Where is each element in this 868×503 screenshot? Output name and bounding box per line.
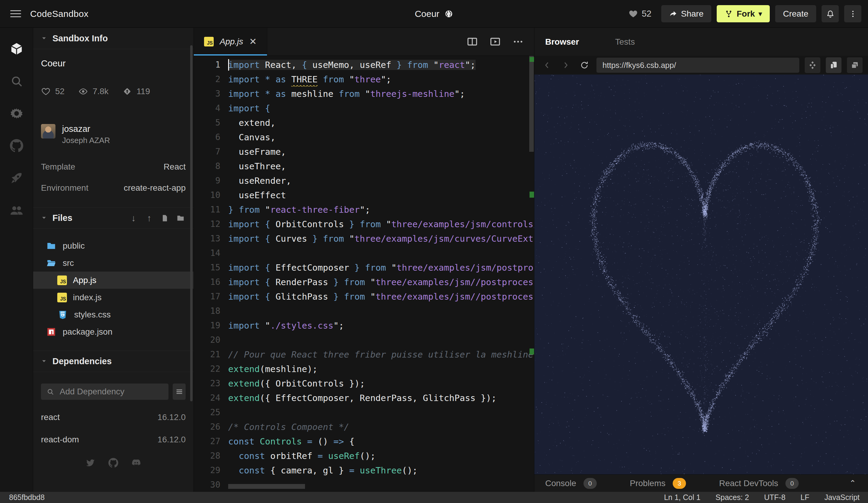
code-line-3[interactable]: 3import * as meshline from "threejs-mesh…	[194, 87, 534, 101]
share-button[interactable]: Share	[661, 5, 712, 22]
dependencies-header[interactable]: Dependencies	[33, 351, 194, 372]
author-row[interactable]: josazar Joseph AZAR	[41, 124, 186, 145]
editor-hscrollbar[interactable]	[228, 484, 305, 489]
new-file-icon[interactable]	[160, 213, 170, 223]
file-public[interactable]: public	[33, 237, 194, 254]
code-line-5[interactable]: 5 extend,	[194, 115, 534, 130]
code-line-14[interactable]: 14	[194, 246, 534, 260]
rail-item-cube[interactable]	[0, 33, 33, 65]
sidebar-scrollbar[interactable]	[190, 45, 193, 401]
code-line-24[interactable]: 24extend({ EffectComposer, RenderPass, G…	[194, 391, 534, 405]
code-line-10[interactable]: 10 useEffect	[194, 188, 534, 202]
code-line-12[interactable]: 12import { OrbitControls } from "three/e…	[194, 217, 534, 231]
url-input[interactable]	[597, 58, 799, 73]
code-line-19[interactable]: 19import "./styles.css";	[194, 318, 534, 333]
app-logo[interactable]: CodeSandbox	[30, 9, 88, 19]
dependency-list-button[interactable]	[173, 383, 186, 400]
code-line-18[interactable]: 18	[194, 304, 534, 318]
download-icon[interactable]: ↓	[128, 213, 138, 223]
status-ln[interactable]: Ln 1, Col 1	[664, 493, 701, 502]
code-line-16[interactable]: 16import { RenderPass } from "three/exam…	[194, 275, 534, 289]
code-line-7[interactable]: 7 useFrame,	[194, 144, 534, 159]
files-header[interactable]: Files ↓ ↑	[33, 207, 194, 229]
more-options-button[interactable]	[844, 5, 861, 22]
close-icon[interactable]: ✕	[249, 37, 257, 46]
responsive-preview-icon[interactable]	[805, 57, 820, 73]
code-line-9[interactable]: 9 useRender,	[194, 173, 534, 188]
code-line-28[interactable]: 28 const orbitRef = useRef();	[194, 449, 534, 463]
status-javascript[interactable]: JavaScript	[824, 493, 860, 502]
open-new-window-icon[interactable]	[826, 57, 841, 73]
code-line-20[interactable]: 20	[194, 333, 534, 347]
code-line-23[interactable]: 23extend({ OrbitControls });	[194, 376, 534, 391]
notifications-button[interactable]	[822, 5, 839, 22]
editor-menu-icon[interactable]	[513, 36, 524, 47]
js-file-icon: JS	[57, 275, 67, 285]
github-icon[interactable]	[108, 458, 118, 468]
new-folder-icon[interactable]	[175, 213, 186, 223]
upload-icon[interactable]: ↑	[144, 213, 154, 223]
fork-diamond-icon	[122, 87, 132, 96]
collapse-devtools-icon[interactable]: ⌃	[849, 479, 856, 488]
code-line-25[interactable]: 25	[194, 405, 534, 420]
code-line-22[interactable]: 22extend(meshline);	[194, 362, 534, 376]
refresh-icon[interactable]	[578, 59, 591, 72]
like-count[interactable]: 52	[628, 9, 651, 19]
code-line-13[interactable]: 13import { Curves } from "three/examples…	[194, 231, 534, 246]
file-styles.css[interactable]: styles.css	[33, 306, 194, 323]
devtools-react-devtools[interactable]: React DevTools0	[719, 478, 799, 489]
back-icon[interactable]	[540, 59, 554, 72]
file-index.js[interactable]: JSindex.js	[33, 289, 194, 306]
sandbox-info-header[interactable]: Sandbox Info	[33, 28, 194, 49]
preview-canvas[interactable]	[534, 74, 868, 474]
code-line-26[interactable]: 26/* Controls Compoent */	[194, 420, 534, 434]
devtools-problems[interactable]: Problems3	[630, 478, 686, 489]
status-utf-8[interactable]: UTF-8	[764, 493, 785, 502]
code-line-4[interactable]: 4import {	[194, 101, 534, 115]
preview-tab-browser[interactable]: Browser	[545, 37, 579, 47]
code-line-1[interactable]: 1import React, { useMemo, useRef } from …	[194, 58, 534, 72]
line-number: 11	[194, 202, 228, 217]
editor-scrollbar[interactable]	[529, 56, 534, 152]
diff-mark	[529, 57, 534, 62]
code-line-2[interactable]: 2import * as THREE from "three";	[194, 72, 534, 87]
add-dependency-input[interactable]	[41, 383, 168, 400]
code-line-11[interactable]: 11} from "react-three-fiber";	[194, 202, 534, 217]
code-line-6[interactable]: 6 Canvas,	[194, 130, 534, 144]
rail-item-search[interactable]	[0, 65, 33, 97]
file-src[interactable]: src	[33, 254, 194, 272]
template-row: Template React	[41, 162, 186, 172]
preview-tab-tests[interactable]: Tests	[615, 37, 635, 47]
code-line-29[interactable]: 29 const { camera, gl } = useThree();	[194, 463, 534, 477]
fork-button[interactable]: Fork ▾	[717, 5, 770, 22]
create-button[interactable]: Create	[775, 5, 816, 22]
code-line-27[interactable]: 27const Controls = () => {	[194, 434, 534, 449]
duplicate-preview-icon[interactable]	[847, 57, 862, 73]
rail-item-rocket[interactable]	[0, 162, 33, 194]
rail-item-users[interactable]	[0, 194, 33, 226]
split-editor-icon[interactable]	[466, 36, 478, 47]
tab-appjs[interactable]: JS App.js ✕	[194, 28, 267, 56]
code-line-8[interactable]: 8 useThree,	[194, 159, 534, 173]
js-file-icon: JS	[204, 37, 214, 47]
code-line-21[interactable]: 21// Pour que React three friber puisse …	[194, 347, 534, 362]
menu-icon[interactable]	[10, 10, 21, 17]
code-area[interactable]: 1import React, { useMemo, useRef } from …	[194, 56, 534, 492]
rail-item-gear[interactable]	[0, 97, 33, 129]
dependency-react-dom[interactable]: react-dom16.12.0	[33, 435, 194, 444]
line-number: 25	[194, 405, 228, 420]
file-package.json[interactable]: package.json	[33, 323, 194, 340]
open-preview-icon[interactable]	[489, 36, 501, 47]
devtools-console[interactable]: Console0	[545, 478, 597, 489]
github-icon	[10, 139, 23, 153]
status-spaces[interactable]: Spaces: 2	[715, 493, 749, 502]
file-App.js[interactable]: JSApp.js	[33, 272, 194, 289]
rail-item-github[interactable]	[0, 129, 33, 162]
status-lf[interactable]: LF	[800, 493, 809, 502]
code-line-15[interactable]: 15import { EffectComposer } from "three/…	[194, 260, 534, 275]
twitter-icon[interactable]	[85, 458, 95, 468]
dependency-react[interactable]: react16.12.0	[33, 412, 194, 422]
discord-icon[interactable]	[131, 458, 141, 468]
forward-icon[interactable]	[559, 59, 572, 72]
code-line-17[interactable]: 17import { GlitchPass } from "three/exam…	[194, 289, 534, 304]
